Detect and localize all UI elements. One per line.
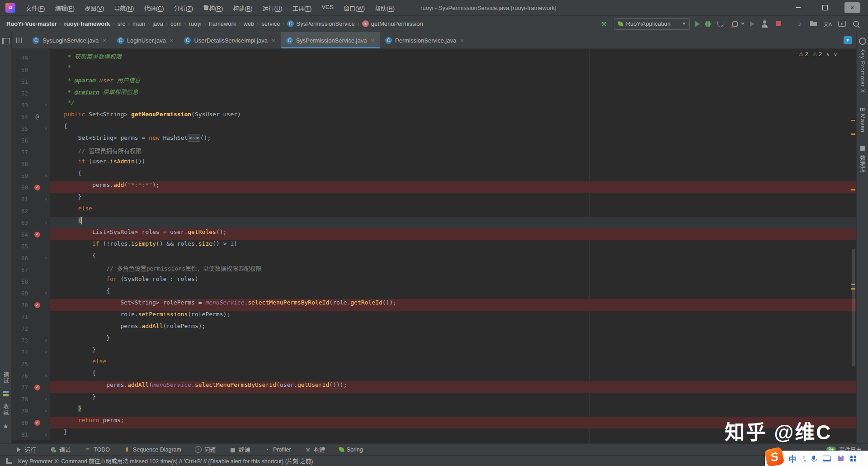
code-text[interactable]: */ xyxy=(50,99,856,111)
code-text[interactable]: perms.addAll(rolePerms); xyxy=(50,323,856,334)
menu-item-窗口[interactable]: 窗口(W) xyxy=(340,2,369,14)
menu-item-构建[interactable]: 构建(B) xyxy=(229,2,256,14)
fold-marker[interactable]: ∨ xyxy=(42,173,50,178)
stripe-mark[interactable] xyxy=(851,120,855,121)
gutter-slot[interactable]: ✔ xyxy=(32,185,42,190)
breakpoint-icon[interactable]: ✔ xyxy=(34,385,40,390)
code-text[interactable]: perms.add("*:*:*"); xyxy=(50,181,856,193)
stripe-mark[interactable] xyxy=(851,133,855,135)
tab-SysPermissionService.java[interactable]: CSysPermissionService.java× xyxy=(281,32,380,48)
code-text[interactable]: Set<String> rolePerms = menuService.sele… xyxy=(50,299,856,311)
fold-marker[interactable]: ∨ xyxy=(42,373,50,378)
breadcrumb-item[interactable]: service xyxy=(259,19,282,28)
breadcrumb-item[interactable]: ruoyi xyxy=(187,19,203,28)
maven-icon[interactable]: m xyxy=(858,105,867,114)
fold-marker[interactable]: ∧ xyxy=(42,338,50,342)
code-text[interactable]: for (SysRole role : roles) xyxy=(50,276,856,287)
toolwindow-button-构建[interactable]: ⚒构建 xyxy=(305,445,326,454)
search-everywhere-icon[interactable] xyxy=(852,19,861,29)
code-text[interactable]: List<SysRole> roles = user.getRoles(); xyxy=(50,228,856,240)
breakpoint-icon[interactable]: ✔ xyxy=(34,232,40,238)
toolwindow-button-调试[interactable]: 调试 xyxy=(50,445,71,454)
code-text[interactable]: } xyxy=(50,405,856,417)
code-text[interactable]: * @param user 用户信息 xyxy=(50,76,856,87)
sogou-logo-icon[interactable]: S xyxy=(764,447,784,466)
fold-marker[interactable]: ∨ xyxy=(42,291,50,295)
breakpoint-icon[interactable]: ✔ xyxy=(34,302,40,308)
next-problem-icon[interactable]: ∨ xyxy=(834,52,837,57)
tab-close-icon[interactable]: × xyxy=(272,37,275,44)
menu-item-帮助[interactable]: 帮助(H) xyxy=(371,2,399,14)
tab-close-icon[interactable]: × xyxy=(170,37,174,44)
code-text[interactable]: perms.addAll(menuService.selectMenuPerms… xyxy=(50,381,856,393)
menu-item-视图[interactable]: 视图(V) xyxy=(80,2,108,14)
code-text[interactable]: role.setPermissions(rolePerms); xyxy=(50,311,856,323)
code-text[interactable]: { xyxy=(50,370,856,381)
fold-marker[interactable]: ∨ xyxy=(42,220,50,225)
gutter-slot[interactable]: ✔ xyxy=(32,420,42,426)
code-text[interactable]: // 多角色设置permissions属性，以便数据权限匹配权限 xyxy=(50,264,856,276)
menu-item-编辑[interactable]: 编辑(E) xyxy=(51,2,79,14)
breakpoint-icon[interactable]: ✔ xyxy=(34,185,40,190)
toolwindow-toggle-icon[interactable] xyxy=(5,456,14,466)
editor-tab-list-icon[interactable] xyxy=(14,36,24,45)
code-text[interactable]: { xyxy=(50,252,856,264)
menu-item-运行[interactable]: 运行(U) xyxy=(259,2,287,14)
fold-marker[interactable]: ∨ xyxy=(42,126,50,131)
stop-button[interactable] xyxy=(774,19,783,29)
menu-item-代码[interactable]: 代码(C) xyxy=(140,2,168,14)
code-text[interactable]: /** xyxy=(50,49,856,52)
ime-punctuation-toggle[interactable]: ’, xyxy=(803,455,805,462)
coverage-icon[interactable] xyxy=(716,19,725,29)
debug-toolwindow-button[interactable]: 调试 xyxy=(2,372,9,384)
database-icon[interactable] xyxy=(858,144,867,153)
menu-item-分析[interactable]: 分析(Z) xyxy=(170,2,198,14)
fold-marker[interactable]: ∧ xyxy=(42,350,50,354)
fold-marker[interactable]: ∧ xyxy=(42,432,50,437)
database-toolwindow-button[interactable]: 数据库 xyxy=(859,155,866,173)
code-text[interactable]: // 管理员拥有所有权限 xyxy=(50,146,856,158)
close-button[interactable]: × xyxy=(844,2,860,13)
maximize-button[interactable] xyxy=(817,2,833,13)
code-text[interactable]: } xyxy=(50,334,856,346)
code-text[interactable]: * 获取菜单数据权限 xyxy=(50,52,856,64)
key-promoter-x-button[interactable]: Key Promoter X xyxy=(859,48,866,93)
open-folder-icon[interactable] xyxy=(809,19,818,29)
tab-close-icon[interactable]: × xyxy=(371,37,374,44)
gutter-slot[interactable]: ✔ xyxy=(32,232,42,238)
toolwindow-button-TODO[interactable]: ≡TODO xyxy=(84,446,110,453)
breadcrumb-item[interactable]: src xyxy=(116,19,127,28)
update-project-icon[interactable]: ↓↑ xyxy=(795,19,804,29)
build-hammer-icon[interactable]: ⚒ xyxy=(599,19,609,29)
run-config-select[interactable]: RuoYiApplication xyxy=(614,18,690,30)
run-anything-icon[interactable] xyxy=(837,19,846,29)
code-text[interactable]: public Set<String> getMenuPermission(Sys… xyxy=(50,111,856,123)
star-icon[interactable]: ★ xyxy=(3,423,9,430)
attach-process-icon[interactable] xyxy=(760,19,769,29)
menu-item-文件[interactable]: 文件(F) xyxy=(22,2,49,14)
code-text[interactable]: { xyxy=(50,123,856,134)
tabs-more-icon[interactable]: ▼ xyxy=(844,36,852,44)
code-text[interactable]: } xyxy=(50,393,856,405)
rerun-disabled-icon[interactable] xyxy=(750,21,755,27)
breadcrumb-item[interactable]: web xyxy=(241,19,256,28)
favorites-toolwindow-button[interactable]: 收藏 xyxy=(2,404,9,415)
ime-menu-grid-icon[interactable] xyxy=(850,456,856,461)
toolwindow-button-问题[interactable]: 问题 xyxy=(195,445,216,454)
code-text[interactable]: else xyxy=(50,358,856,370)
tab-LoginUser.java[interactable]: CLoginUser.java× xyxy=(112,32,179,48)
key-promoter-x-icon[interactable] xyxy=(858,37,867,46)
code-text[interactable]: * @return 菜单权限信息 xyxy=(50,87,856,99)
toolwindow-button-Spring[interactable]: Spring xyxy=(339,447,363,453)
fold-marker[interactable]: ∧ xyxy=(42,103,50,107)
menu-item-VCS[interactable]: VCS xyxy=(317,2,338,14)
menu-item-导航[interactable]: 导航(N) xyxy=(110,2,138,14)
code-text[interactable]: } xyxy=(50,346,856,358)
debug-button[interactable] xyxy=(705,21,711,27)
toolwindow-button-终端[interactable]: 终端 xyxy=(229,445,250,454)
run-button[interactable] xyxy=(695,21,700,27)
keyboard-icon[interactable] xyxy=(823,456,831,461)
profile-button[interactable] xyxy=(731,19,745,29)
microphone-icon[interactable] xyxy=(811,456,816,461)
breadcrumb-item[interactable]: CSysPermissionService xyxy=(285,19,356,28)
